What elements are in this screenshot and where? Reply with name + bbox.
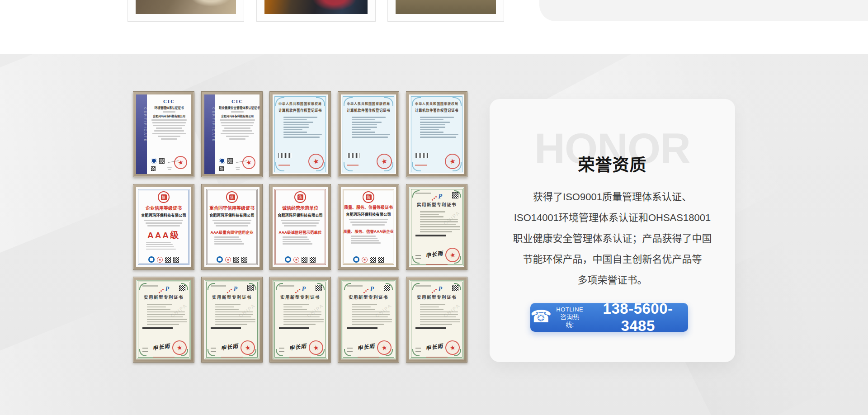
signature: 申长雨	[152, 341, 170, 351]
certificate-card[interactable]: 中华人民共和国国家版权局 计算机软件著作权登记证书	[338, 91, 399, 177]
cert-number-line	[415, 285, 431, 287]
text-line	[420, 132, 443, 133]
cert-title: 计算机软件著作权登记证书	[409, 108, 464, 113]
certificate-card[interactable]: ●●●P 实用新型专利证书 CNIPA 申长雨	[406, 277, 467, 363]
text-line	[352, 129, 371, 131]
certificate-card[interactable]: CERTIFICATE CIC 职业健康安全管理体系认证证书 合肥珂玛环保科技有…	[201, 91, 263, 177]
project-photo-card[interactable]	[127, 0, 244, 22]
cert-border	[274, 189, 326, 265]
cert-border	[343, 189, 394, 265]
certificate-card[interactable]: 信 重合同守信用等级证书 合肥珂玛环保科技有限公司 AAA级重合同守信用企业 ★	[201, 184, 263, 270]
qr-code-icon	[310, 257, 316, 263]
certificate-card[interactable]: ●●●P 实用新型专利证书 CNIPA 申长雨	[133, 277, 194, 363]
cert-title: 计算机软件著作权登记证书	[341, 108, 396, 113]
text-line	[352, 124, 377, 126]
corner-flourish-icon	[412, 162, 421, 171]
crane-truck-site-photo	[264, 0, 368, 14]
signer-label-line	[142, 348, 148, 349]
certificate-card[interactable]: ●●●P 实用新型专利证书 CNIPA 申长雨	[406, 184, 467, 270]
certification-logo-icon	[148, 256, 155, 263]
red-seal-icon	[444, 246, 461, 264]
text-line	[229, 138, 246, 140]
cert-number-line	[278, 165, 290, 166]
barcode-icon	[415, 153, 429, 158]
text-line	[283, 132, 307, 133]
certificate-card[interactable]: ●●●P 实用新型专利证书 CNIPA 申长雨	[338, 277, 399, 363]
project-photo-card[interactable]	[387, 0, 504, 22]
description-line: ISO14001环境管理体系认证和OHSAS18001	[508, 208, 717, 228]
signature: 申长雨	[220, 341, 239, 351]
text-line	[283, 122, 313, 123]
certificate-card[interactable]: ●●●P 实用新型专利证书 CNIPA 申长雨	[269, 277, 331, 363]
footer-line	[426, 357, 448, 358]
qr-code-icon	[247, 285, 254, 291]
honor-card: HONOR 荣誉资质 获得了ISO9001质量管理体系认证、ISO14001环境…	[490, 99, 735, 362]
hotline-label-zh: 咨询热线:	[556, 313, 583, 329]
qr-code-icon	[227, 158, 233, 164]
qr-code-icon	[302, 257, 307, 263]
signer-label-line	[347, 351, 353, 352]
text-line	[221, 122, 254, 123]
certificate-card[interactable]: 中华人民共和国国家版权局 计算机软件著作权登记证书	[269, 91, 331, 177]
text-line	[161, 138, 178, 140]
qr-code-icon	[384, 285, 390, 291]
certificate-card[interactable]: ●●●P 实用新型专利证书 CNIPA 申长雨	[201, 277, 263, 363]
description-line: 职业健康安全管理体系认证；产品获得了中国	[508, 228, 717, 249]
certificate-card[interactable]: 信 质量、服务、信誉等级证书 合肥珂玛环保科技有限公司 质量、服务、信誉AAA级…	[338, 184, 399, 270]
text-line	[158, 136, 180, 137]
corner-flourish-icon	[275, 97, 284, 106]
band-label: CERTIFICATE	[136, 105, 147, 142]
certification-logo-icon	[217, 256, 223, 263]
corner-flourish-icon	[384, 97, 393, 106]
cic-logo: CIC	[219, 99, 256, 104]
red-seal-icon	[376, 339, 393, 356]
text-line	[352, 137, 388, 138]
hotline-button[interactable]: ☎ HOTLINE 咨询热线: 138-5600-3485	[530, 303, 688, 332]
text-line	[352, 127, 377, 128]
text-line	[222, 125, 253, 126]
hotline-labels: HOTLINE 咨询热线:	[556, 306, 583, 328]
description-line: 获得了ISO9001质量管理体系认证、	[508, 187, 717, 208]
signer-label-line	[142, 351, 148, 352]
hotline-label-en: HOTLINE	[556, 306, 583, 313]
red-seal-icon	[444, 339, 461, 356]
qr-code-icon	[179, 285, 185, 291]
signer-label-line	[211, 351, 216, 352]
description-line: 多项荣誉证书。	[508, 270, 717, 291]
certificate-card[interactable]: 信 诚信经营示范单位 合肥珂玛环保科技有限公司 AAA级诚信经营示范单位 ★	[269, 184, 331, 270]
footer-line	[289, 357, 311, 358]
hotline-phone-number: 138-5600-3485	[588, 300, 688, 335]
cert-number-line	[142, 285, 158, 287]
text-line	[153, 125, 185, 126]
corner-flourish-icon	[344, 97, 353, 106]
signer-label-line	[415, 258, 421, 259]
signature: 申长雨	[357, 341, 375, 351]
certificate-card[interactable]: 信 企业信用等级证书 合肥珂玛环保科技有限公司 AAA级 ★	[133, 184, 194, 270]
honor-title: 荣誉资质	[490, 151, 735, 176]
footer-line	[426, 264, 448, 265]
qr-code-icon	[452, 285, 458, 291]
certificate-card[interactable]: CERTIFICATE CIC 环境管理体系认证证书 合肥珂玛环保科技有限公司	[133, 91, 194, 177]
corner-flourish-icon	[316, 97, 325, 106]
cert-number-line	[415, 165, 427, 166]
project-photo-card[interactable]	[256, 0, 376, 22]
text-line	[283, 134, 322, 136]
description-line: 节能环保产品，中国自主创新名优产品等	[508, 249, 717, 270]
honor-page: CERTIFICATE CIC 环境管理体系认证证书 合肥珂玛环保科技有限公司 …	[0, 0, 868, 415]
text-line	[222, 130, 252, 132]
accreditation-logo-icon	[151, 158, 157, 164]
qr-code-icon	[165, 257, 171, 263]
footer-line	[358, 357, 380, 358]
text-line	[420, 137, 456, 138]
footer-line	[153, 357, 175, 358]
barcode-icon	[278, 153, 292, 158]
red-seal-icon	[171, 339, 188, 356]
certificate-side-band: CERTIFICATE	[204, 94, 215, 174]
text-line	[156, 127, 182, 129]
cert-number-line	[347, 165, 359, 166]
red-seal-icon	[241, 155, 256, 170]
excavation-trench-photo	[136, 0, 236, 14]
star-medal-icon: ★	[293, 257, 299, 263]
certificate-card[interactable]: 中华人民共和国国家版权局 计算机软件著作权登记证书	[406, 91, 467, 177]
text-line	[352, 134, 390, 136]
